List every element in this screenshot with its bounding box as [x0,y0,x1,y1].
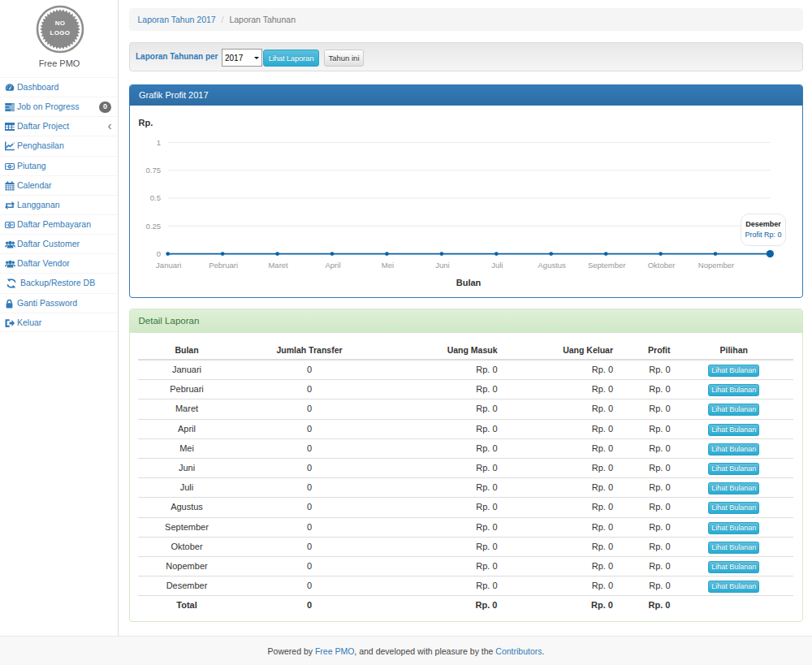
svg-text:Januari: Januari [156,261,181,270]
svg-text:LOGO: LOGO [50,29,71,37]
svg-text:Rp.: Rp. [139,118,153,127]
svg-text:NO: NO [55,19,66,27]
svg-text:Agustus: Agustus [538,261,567,270]
svg-text:April: April [325,261,340,270]
svg-text:September: September [588,261,625,270]
svg-text:Pebruari: Pebruari [209,261,238,270]
svg-text:Oktober: Oktober [648,261,676,270]
svg-text:Bulan: Bulan [456,278,482,287]
svg-text:1: 1 [157,138,161,147]
svg-text:0: 0 [157,248,161,257]
svg-text:Maret: Maret [268,261,288,270]
svg-text:Juni: Juni [435,261,449,270]
svg-text:Juli: Juli [491,261,503,270]
svg-text:Mei: Mei [382,261,394,270]
svg-text:0.5: 0.5 [150,193,161,202]
svg-text:0.25: 0.25 [146,221,162,230]
svg-text:Nopember: Nopember [698,261,734,270]
svg-text:0.75: 0.75 [146,166,162,175]
